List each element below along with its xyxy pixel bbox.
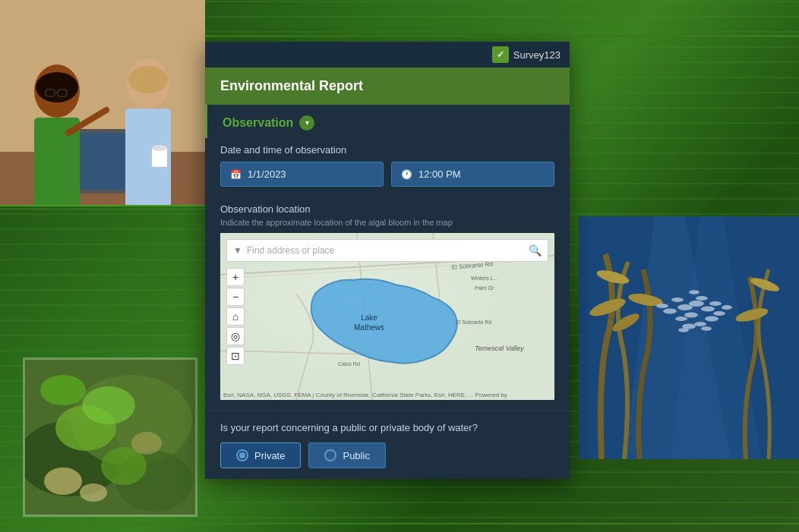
photo-aerial	[23, 357, 197, 517]
date-input[interactable]: 📅 1/1/2023	[220, 162, 384, 187]
form-panel: ✓ Survey123 Environmental Report Observa…	[205, 42, 570, 479]
time-input[interactable]: 🕐 12:00 PM	[391, 162, 554, 187]
section-collapse-button[interactable]: ▾	[299, 115, 314, 131]
datetime-field-group: Date and time of observation 📅 1/1/2023 …	[205, 138, 570, 197]
radio-circle-private	[236, 449, 248, 461]
decorative-line-bottom	[0, 523, 799, 524]
svg-text:Palm Dr: Palm Dr	[475, 285, 494, 291]
survey123-app-name: Survey123	[513, 49, 561, 61]
radio-label-private: Private	[254, 450, 285, 461]
body-of-water-options: Private Public	[220, 442, 554, 468]
survey-header: ✓ Survey123	[205, 42, 570, 68]
map-search-bar[interactable]: ▼ Find address or place 🔍	[226, 239, 548, 262]
survey123-logo: ✓	[492, 46, 509, 63]
locate-button[interactable]: ◎	[226, 327, 245, 345]
form-content: Observation ▾ Date and time of observati…	[205, 105, 570, 479]
svg-point-22	[44, 467, 82, 495]
svg-point-23	[80, 483, 107, 502]
svg-text:Calco Rd: Calco Rd	[338, 361, 360, 367]
svg-text:El Sobrante Rd: El Sobrante Rd	[456, 320, 492, 325]
map-search-placeholder: Find address or place	[247, 245, 524, 256]
svg-rect-54	[579, 216, 799, 459]
fullscreen-button[interactable]: ⊡	[226, 347, 245, 365]
body-of-water-section: Is your report concerning a public or pr…	[205, 411, 570, 479]
location-field-sublabel: Indicate the approximate location of the…	[220, 218, 554, 227]
home-button[interactable]: ⌂	[226, 307, 245, 326]
chevron-down-icon: ▾	[305, 119, 309, 127]
decorative-line-mid	[0, 205, 205, 206]
map-widget[interactable]: El Sobrante Rd El Sobrante Rd Winters L.…	[220, 233, 554, 400]
location-field-group: Observation location Indicate the approx…	[205, 197, 570, 411]
radio-public[interactable]: Public	[308, 442, 385, 468]
map-controls: + − ⌂ ◎ ⊡	[226, 268, 245, 365]
svg-point-25	[82, 386, 135, 424]
svg-text:Lake: Lake	[361, 313, 377, 322]
map-search-button[interactable]: 🔍	[529, 244, 542, 257]
radio-label-public: Public	[343, 450, 369, 461]
form-title: Environmental Report	[220, 78, 363, 93]
svg-point-5	[36, 72, 78, 102]
svg-point-24	[131, 432, 162, 455]
date-value: 1/1/2023	[248, 168, 286, 180]
svg-text:Winters L...: Winters L...	[471, 275, 497, 281]
svg-point-15	[152, 145, 167, 151]
body-of-water-question: Is your report concerning a public or pr…	[220, 422, 554, 433]
observation-section-header: Observation ▾	[205, 105, 570, 138]
map-filter-icon: ▼	[233, 245, 242, 256]
photo-fish	[579, 216, 799, 459]
survey123-checkmark: ✓	[497, 49, 504, 60]
svg-text:Temescal Valley: Temescal Valley	[475, 345, 524, 352]
location-field-label: Observation location	[220, 203, 554, 215]
clock-icon: 🕐	[401, 169, 412, 180]
radio-private[interactable]: Private	[220, 442, 301, 468]
zoom-in-button[interactable]: +	[226, 268, 245, 286]
form-title-bar: Environmental Report	[205, 68, 570, 105]
decorative-line-mid2	[0, 209, 205, 209]
zoom-out-button[interactable]: −	[226, 288, 245, 306]
svg-text:Mathews: Mathews	[354, 323, 384, 332]
time-value: 12:00 PM	[418, 168, 461, 180]
svg-point-26	[40, 375, 86, 405]
radio-circle-public	[324, 449, 336, 461]
calendar-icon: 📅	[230, 169, 242, 180]
photo-people	[0, 0, 205, 205]
observation-section-label: Observation	[223, 116, 293, 130]
svg-point-12	[128, 66, 168, 93]
datetime-field-label: Date and time of observation	[220, 144, 554, 156]
datetime-inputs-row: 📅 1/1/2023 🕐 12:00 PM	[220, 162, 554, 187]
map-attribution: Esri, NASA, NGA, USGS, FEMA | County of …	[223, 392, 551, 398]
